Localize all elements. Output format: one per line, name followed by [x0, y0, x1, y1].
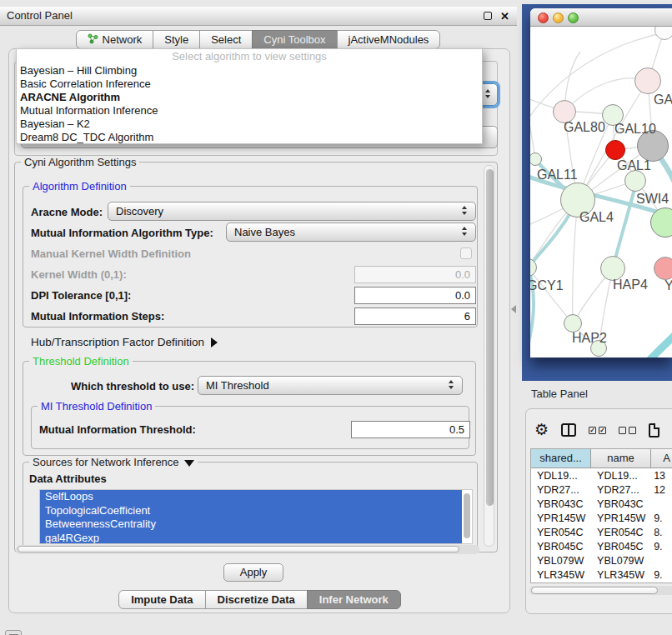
settings-horizontal-scrollbar[interactable] [16, 545, 479, 554]
tab-label: Cyni Toolbox [263, 33, 325, 46]
table-row[interactable]: YPR145WYPR145W9. [531, 511, 672, 525]
algorithm-option-bayesian-hill-climbing[interactable]: Bayesian – Hill Climbing [17, 64, 482, 78]
table-cell: YDL19... [591, 470, 651, 482]
table-cell: YBR045C [531, 541, 591, 552]
network-canvas[interactable]: GALGAL80GAL10GAL11GAL1SWI4GAL4GCY1HAP4YH… [530, 27, 672, 358]
table-row[interactable]: YDL19...YDL19...13 [531, 468, 672, 482]
kernel-width-field[interactable] [354, 266, 476, 283]
algorithm-option-aracne-algorithm[interactable]: ARACNE Algorithm [17, 91, 482, 104]
control-panel-tabs: NetworkStyleSelectCyni ToolboxjActiveMNo… [0, 30, 517, 49]
attributes-scrollbar-thumb[interactable] [464, 493, 470, 538]
document-icon[interactable] [649, 423, 659, 438]
table-row[interactable]: YLR345WYLR345W9. [531, 568, 672, 582]
table-horizontal-scrollbar[interactable] [529, 586, 672, 595]
mi-steps-field[interactable] [354, 308, 476, 325]
node-label-hap4: HAP4 [613, 278, 648, 292]
node-label-gal: GAL [654, 92, 672, 108]
algorithm-option-bayesian-k2[interactable]: Bayesian – K2 [17, 118, 482, 131]
tab-infer-network[interactable]: Infer Network [307, 590, 401, 609]
column-header-shared[interactable]: shared... [531, 449, 591, 468]
network-window-titlebar[interactable] [530, 8, 672, 27]
splitpane-handle-icon[interactable] [511, 305, 516, 313]
mi-threshold-label: Mutual Information Threshold: [39, 423, 196, 436]
hub-definition-toggle[interactable]: Hub/Transcription Factor Definition [31, 336, 218, 348]
collapsed-arrow-icon [211, 338, 218, 348]
tab-cyni-toolbox[interactable]: Cyni Toolbox [252, 30, 337, 49]
split-columns-icon[interactable] [561, 423, 576, 437]
tab-select[interactable]: Select [199, 30, 253, 49]
tab-network[interactable]: Network [76, 30, 154, 49]
select-all-checked-icon[interactable]: ✓ ✓ [589, 427, 606, 434]
attribute-item-betweennesscentrality[interactable]: BetweennessCentrality [40, 518, 462, 532]
algorithm-option-mutual-information-inference[interactable]: Mutual Information Inference [17, 104, 482, 118]
table-cell: YER054C [531, 527, 591, 538]
aracne-mode-select[interactable]: Discovery [108, 202, 476, 221]
dpi-tolerance-field[interactable] [354, 287, 476, 304]
table-cell: YPR145W [591, 512, 651, 524]
table-row[interactable]: YBL079WYBL079W [531, 553, 672, 568]
close-icon[interactable]: ✕ [500, 8, 509, 24]
network-node[interactable] [634, 68, 661, 94]
sources-title-text: Sources for Network Inference [33, 456, 179, 468]
data-attributes-list[interactable]: SelfLoopsTopologicalCoefficientBetweenne… [39, 489, 473, 544]
network-node[interactable] [605, 140, 625, 160]
tab-label: jActiveMNodules [349, 33, 429, 46]
tab-discretize-data[interactable]: Discretize Data [205, 590, 308, 609]
network-node[interactable] [654, 257, 672, 280]
network-icon [88, 33, 98, 47]
mi-threshold-field[interactable] [351, 421, 470, 438]
mac-close-button[interactable] [538, 12, 549, 23]
algorithm-option-basic-correlation-inference[interactable]: Basic Correlation Inference [17, 78, 482, 91]
network-window[interactable]: GALGAL80GAL10GAL11GAL1SWI4GAL4GCY1HAP4YH… [530, 8, 672, 358]
float-panel-icon[interactable] [5, 630, 22, 635]
tab-jactivemnodules[interactable]: jActiveMNodules [337, 30, 441, 49]
tab-impute-data[interactable]: Impute Data [118, 590, 205, 609]
table-panel: ⚙ ✓ ✓ shared...nameA YDL19...YDL19...13Y… [525, 408, 672, 614]
which-threshold-select[interactable]: MI Threshold [198, 376, 463, 395]
table-hscrollbar-thumb[interactable] [531, 587, 658, 594]
sources-group-title[interactable]: Sources for Network Inference [29, 456, 198, 468]
table-row[interactable]: YIL052CYIL052C9. [531, 582, 672, 583]
mac-zoom-button[interactable] [568, 12, 579, 23]
deselect-all-icon[interactable] [619, 427, 636, 434]
algorithm-definition-title: Algorithm Definition [29, 180, 130, 192]
column-header-name[interactable]: name [591, 449, 651, 468]
control-panel: Control Panel ✕ NetworkStyleSelectCyni T… [0, 7, 517, 615]
table-cell: YBR045C [591, 541, 651, 552]
table-row[interactable]: YER054CYER054C8. [531, 525, 672, 539]
attribute-item-gal4rgexp[interactable]: gal4RGexp [40, 532, 462, 545]
hscrollbar-thumb[interactable] [18, 546, 459, 552]
node-label-gal1: GAL1 [617, 158, 651, 173]
cyni-settings-title: Cyni Algorithm Settings [21, 156, 139, 168]
unchecked-box-icon [619, 427, 626, 434]
mac-minimize-button[interactable] [553, 12, 564, 23]
table-cell: YIL052C [591, 583, 651, 584]
settings-gear-icon[interactable]: ⚙ [534, 421, 549, 439]
settings-scrollbar-thumb[interactable] [486, 169, 494, 506]
tab-label: Style [164, 33, 188, 46]
manual-kernel-checkbox[interactable] [460, 248, 472, 259]
node-label-gal11: GAL11 [537, 168, 578, 182]
apply-button[interactable]: Apply [223, 563, 283, 582]
network-node[interactable] [564, 314, 582, 332]
node-table[interactable]: shared...nameA YDL19...YDL19...13YDR27..… [530, 448, 672, 583]
table-row[interactable]: YDR27...YDR27...12 [531, 482, 672, 497]
table-row[interactable]: YBR045CYBR045C9. [531, 539, 672, 553]
dpi-tolerance-label: DPI Tolerance [0,1]: [31, 289, 131, 302]
attribute-item-topologicalcoefficient[interactable]: TopologicalCoefficient [40, 504, 462, 518]
table-cell: 9. [651, 583, 672, 584]
mi-type-select[interactable]: Naive Bayes [226, 222, 476, 242]
table-row[interactable]: YBR043CYBR043C [531, 497, 672, 511]
table-header-row: shared...nameA [531, 449, 672, 468]
table-cell: YDR27... [531, 484, 591, 496]
settings-vertical-scrollbar[interactable] [484, 165, 494, 547]
node-label-hap2: HAP2 [572, 331, 607, 346]
mi-type-label: Mutual Information Algorithm Type: [31, 227, 213, 239]
float-window-icon[interactable] [484, 12, 492, 20]
algorithm-option-dream8-dc-tdc-algorithm[interactable]: Dream8 DC_TDC Algorithm [17, 131, 482, 144]
tab-style[interactable]: Style [153, 30, 200, 49]
column-header-a[interactable]: A [651, 449, 672, 468]
data-attributes-label: Data Attributes [29, 472, 107, 485]
node-label-gal80: GAL80 [564, 120, 605, 135]
attribute-item-selfloops[interactable]: SelfLoops [40, 490, 462, 504]
